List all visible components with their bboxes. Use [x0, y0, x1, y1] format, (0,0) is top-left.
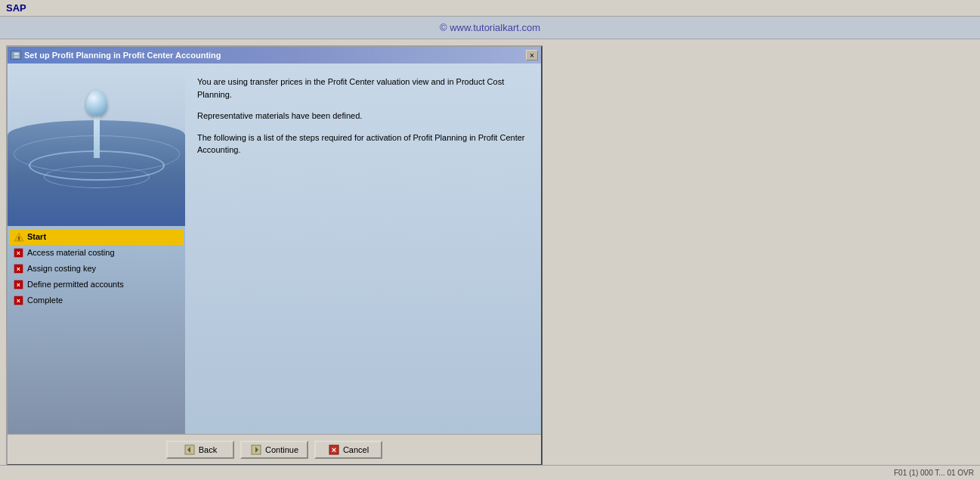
svg-text:×: × [17, 265, 20, 273]
back-icon [184, 444, 196, 455]
watermark-bar: © www.tutorialkart.com [0, 17, 980, 39]
nav-label-complete: Complete [27, 295, 63, 305]
dialog-title: ☰ Set up Profit Planning in Profit Cente… [11, 51, 221, 60]
dialog-close-button[interactable]: × [526, 50, 538, 60]
nav-items-container: ! Start × Access material [8, 226, 185, 311]
nav-item-complete[interactable]: × Complete [9, 293, 184, 308]
status-bar: F01 (1) 000 T... 01 OVR [0, 465, 980, 480]
nav-item-start[interactable]: ! Start [9, 229, 184, 245]
nav-label-access-material: Access material costing [27, 247, 115, 258]
nav-item-assign-costing-key[interactable]: × Assign costing key [9, 261, 184, 277]
dialog-footer: Back Continue × Cancel [8, 434, 541, 464]
sap-top-bar: SAP [0, 0, 980, 17]
error-icon-4: × [14, 296, 24, 306]
cancel-button-label: Cancel [343, 445, 369, 454]
content-paragraph-3: The following is a list of the steps req… [197, 132, 529, 156]
continue-button-label: Continue [265, 445, 298, 454]
nav-label-start: Start [27, 231, 46, 242]
dialog-title-text: Set up Profit Planning in Profit Center … [24, 51, 221, 60]
svg-text:×: × [17, 297, 20, 305]
right-content-panel: You are using transfer prices in the Pro… [185, 63, 541, 434]
back-button[interactable]: Back [166, 441, 234, 459]
dialog-title-icon: ☰ [11, 51, 21, 60]
svg-text:×: × [332, 445, 336, 454]
continue-icon [250, 444, 262, 455]
content-paragraph-1: You are using transfer prices in the Pro… [197, 76, 529, 101]
error-icon-1: × [14, 248, 24, 259]
main-area: ☰ Set up Profit Planning in Profit Cente… [0, 39, 980, 472]
status-text: F01 (1) 000 T... 01 OVR [894, 469, 974, 477]
nav-item-access-material-costing[interactable]: × Access material costing [9, 245, 184, 261]
dialog-titlebar: ☰ Set up Profit Planning in Profit Cente… [8, 47, 541, 63]
cancel-button[interactable]: × Cancel [314, 441, 382, 459]
content-area: You are using transfer prices in the Pro… [197, 76, 529, 156]
dialog-window: ☰ Set up Profit Planning in Profit Cente… [6, 45, 543, 466]
svg-text:×: × [17, 249, 20, 257]
warning-icon: ! [14, 232, 24, 243]
dialog-body: ! Start × Access material [8, 63, 541, 434]
error-icon-2: × [14, 264, 24, 274]
svg-text:!: ! [18, 235, 20, 242]
sap-logo: SAP [6, 2, 26, 14]
content-paragraph-2: Representative materials have been defin… [197, 110, 529, 122]
continue-button[interactable]: Continue [240, 441, 308, 459]
left-panel: ! Start × Access material [8, 63, 185, 434]
error-icon-3: × [14, 280, 24, 290]
nav-label-assign-costing: Assign costing key [27, 263, 96, 274]
water-drop-head [86, 90, 107, 116]
cancel-icon: × [328, 444, 340, 455]
svg-text:×: × [17, 281, 20, 289]
nav-label-define-permitted: Define permitted accounts [27, 279, 124, 290]
water-ripple-inner [44, 166, 150, 188]
back-button-label: Back [199, 445, 217, 454]
water-drop-image [8, 63, 185, 226]
watermark-text: © www.tutorialkart.com [440, 22, 540, 33]
nav-item-define-permitted[interactable]: × Define permitted accounts [9, 277, 184, 293]
water-drop-stem [94, 113, 100, 158]
